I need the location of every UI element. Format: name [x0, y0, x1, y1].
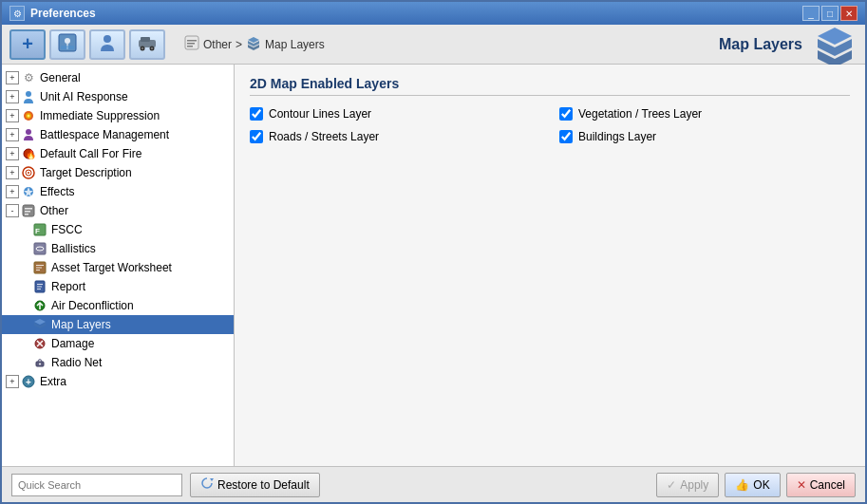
header-right: Map Layers: [719, 22, 858, 67]
cancel-label: Cancel: [810, 478, 845, 492]
footer: Restore to Default ✓ Apply 👍 OK ✕ Cancel: [2, 466, 865, 502]
svg-point-23: [28, 115, 30, 118]
contour-lines-checkbox[interactable]: [250, 107, 263, 121]
header-title: Map Layers: [719, 36, 802, 53]
roads-streets-checkbox[interactable]: [250, 130, 263, 143]
extra-icon: +: [21, 374, 36, 389]
buildings-checkbox[interactable]: [559, 130, 573, 143]
plus-icon: +: [22, 33, 33, 55]
svg-point-9: [151, 47, 153, 49]
sidebar-item-general[interactable]: + ⚙ General: [2, 68, 234, 87]
svg-point-20: [26, 91, 31, 97]
sidebar-item-label: Extra: [40, 375, 66, 388]
svg-point-1: [65, 38, 70, 44]
svg-rect-2: [61, 46, 74, 49]
person-view-button[interactable]: [89, 29, 125, 60]
map-layers-header-icon: [812, 22, 858, 67]
svg-rect-41: [36, 268, 42, 269]
svg-text:🔥: 🔥: [26, 149, 36, 160]
expand-icon[interactable]: +: [6, 147, 19, 160]
sidebar-item-label: Damage: [51, 337, 94, 350]
mgmt-icon: [21, 127, 36, 142]
person-icon: [97, 32, 118, 56]
expand-icon[interactable]: +: [6, 71, 19, 84]
footer-left: Restore to Default: [11, 473, 320, 497]
sidebar-item-label: Air Deconfliction: [51, 299, 134, 312]
search-input[interactable]: [11, 474, 182, 496]
vegetation-trees-label: Vegetation / Trees Layer: [578, 107, 702, 121]
close-button[interactable]: ✕: [840, 6, 858, 21]
sidebar-item-effects[interactable]: + Effects: [2, 182, 234, 201]
sidebar: + ⚙ General + Unit AI Response +: [2, 65, 235, 466]
expand-icon[interactable]: +: [6, 375, 19, 388]
sidebar-item-asset-target[interactable]: Asset Target Worksheet: [2, 258, 234, 277]
ok-button[interactable]: 👍 OK: [725, 473, 780, 497]
sidebar-item-fscc[interactable]: F FSCC: [2, 220, 234, 239]
restore-default-button[interactable]: Restore to Default: [190, 473, 320, 497]
svg-rect-45: [37, 287, 42, 288]
svg-text:F: F: [35, 227, 40, 235]
toolbar-buttons: +: [9, 29, 165, 60]
restore-icon: [200, 476, 214, 493]
sidebar-item-default-call[interactable]: + 🔥 Default Call For Fire: [2, 144, 234, 163]
svg-rect-34: [25, 214, 28, 215]
sidebar-item-radio-net[interactable]: Radio Net: [2, 353, 234, 372]
person-icon: [21, 89, 36, 104]
sidebar-item-label: Map Layers: [51, 318, 111, 331]
svg-text:+: +: [26, 377, 31, 387]
restore-default-label: Restore to Default: [217, 478, 310, 492]
collapse-icon[interactable]: -: [6, 204, 19, 217]
maximize-button[interactable]: □: [821, 6, 839, 21]
add-button[interactable]: +: [9, 29, 46, 60]
asset-icon: [32, 260, 47, 275]
expand-icon[interactable]: +: [6, 90, 19, 103]
vehicle-view-button[interactable]: [129, 29, 165, 60]
deconflict-icon: [32, 298, 47, 313]
svg-marker-57: [210, 478, 214, 481]
svg-rect-46: [37, 289, 41, 289]
expand-icon[interactable]: +: [6, 166, 19, 179]
radio-icon: [32, 355, 47, 370]
breadcrumb-other: Other: [203, 38, 232, 51]
window-icon: ⚙: [9, 6, 25, 21]
expand-icon[interactable]: +: [6, 128, 19, 141]
svg-point-29: [28, 172, 29, 174]
apply-button[interactable]: ✓ Apply: [656, 473, 719, 497]
svg-rect-13: [187, 46, 193, 47]
expand-icon[interactable]: +: [6, 185, 19, 198]
checkbox-item-contour-lines: Contour Lines Layer: [250, 107, 540, 121]
breadcrumb-icon: [184, 35, 199, 53]
sidebar-item-report[interactable]: Report: [2, 277, 234, 296]
svg-rect-12: [187, 43, 195, 45]
map-view-button[interactable]: [49, 29, 85, 60]
preferences-window: ⚙ Preferences _ □ ✕ +: [0, 0, 867, 504]
sidebar-item-air-decon[interactable]: Air Deconfliction: [2, 296, 234, 315]
svg-rect-11: [187, 40, 197, 42]
sidebar-item-extra[interactable]: + + Extra: [2, 372, 234, 391]
sidebar-item-target-desc[interactable]: + Target Description: [2, 163, 234, 182]
sidebar-item-label: Ballistics: [51, 242, 96, 255]
sidebar-item-map-layers[interactable]: Map Layers: [2, 315, 234, 334]
expand-icon[interactable]: +: [6, 109, 19, 122]
main-panel: 2D Map Enabled Layers Contour Lines Laye…: [235, 65, 865, 466]
checkbox-item-roads-streets: Roads / Streets Layer: [250, 130, 540, 143]
report-icon: [32, 279, 47, 294]
section-title: 2D Map Enabled Layers: [250, 76, 850, 96]
sidebar-item-ballistics[interactable]: Ballistics: [2, 239, 234, 258]
apply-label: Apply: [680, 478, 708, 492]
sidebar-item-immediate-sup[interactable]: + Immediate Suppression: [2, 106, 234, 125]
sidebar-item-unit-ai[interactable]: + Unit AI Response: [2, 87, 234, 106]
vegetation-trees-checkbox[interactable]: [559, 107, 573, 121]
sidebar-item-battlespace[interactable]: + Battlespace Management: [2, 125, 234, 144]
cancel-button[interactable]: ✕ Cancel: [786, 473, 856, 497]
sidebar-item-label: General: [40, 71, 81, 84]
sidebar-item-label: Asset Target Worksheet: [51, 261, 172, 274]
fscc-icon: F: [32, 222, 47, 237]
toolbar: +: [2, 25, 865, 65]
minimize-button[interactable]: _: [802, 6, 820, 21]
sidebar-item-label: Radio Net: [51, 356, 102, 369]
sidebar-item-other[interactable]: - Other: [2, 201, 234, 220]
svg-rect-33: [25, 211, 30, 213]
sidebar-item-damage[interactable]: Damage: [2, 334, 234, 353]
damage-icon: [32, 336, 47, 351]
